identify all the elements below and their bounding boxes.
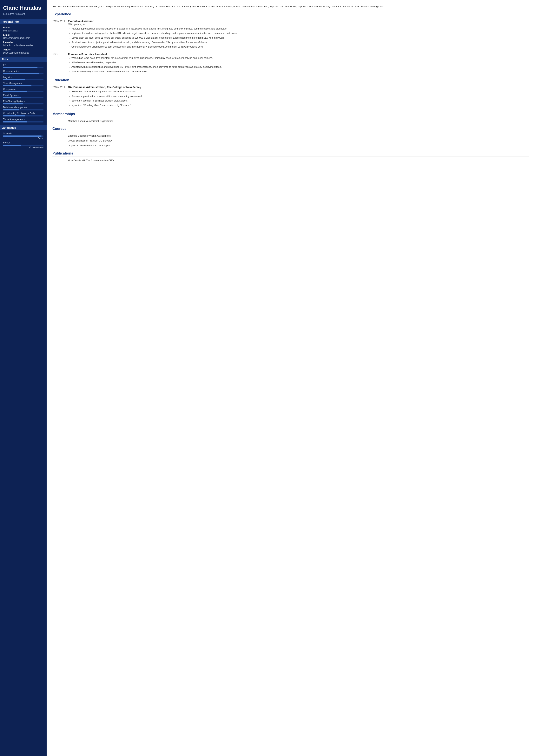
edu-content: BA, Business Administration, The College… (68, 86, 529, 108)
language-bar-bg (3, 135, 43, 137)
skill-bar-fill (3, 73, 40, 74)
edu-degree: BA, Business Administration, The College… (68, 86, 529, 89)
skill-item: File-Sharing Systems (3, 100, 43, 104)
skill-name: Communication (3, 70, 43, 72)
course-date (52, 139, 68, 143)
education-entries: 2010 - 2013 BA, Business Administration,… (52, 86, 529, 108)
course-text: Effective Business Writing, UC Berkeley (68, 134, 111, 138)
course-entry: Organizational Behavior, IIT Kharagpur (52, 144, 529, 148)
membership-entry: Member, Executive Assistant Organization (52, 119, 529, 123)
memberships-section: Memberships Member, Executive Assistant … (52, 112, 529, 123)
bullet-item: Saved each top-level exec 11 hours per w… (71, 36, 529, 40)
bullet-item: Handled top executive assistant duties f… (71, 27, 529, 31)
languages-section-title: Languages (0, 125, 46, 130)
bullet-item: My article, "Reading Minds" was reprinte… (71, 103, 529, 107)
skill-item: Compassion (3, 88, 43, 92)
course-text: Global Business in Practice, UC Berkeley (68, 139, 112, 143)
publications-section: Publications How Details Kill, The Count… (52, 152, 529, 162)
course-entry: Effective Business Writing, UC Berkeley (52, 134, 529, 138)
course-date (52, 144, 68, 148)
skill-bar-bg (3, 85, 43, 86)
skill-name: Coordinating Conference Calls (3, 112, 43, 115)
skill-item: EQ (3, 64, 43, 68)
language-bar-fill (3, 145, 21, 146)
skills-section-title: Skills (0, 57, 46, 62)
skill-bar-bg (3, 79, 43, 80)
main-content: Resourceful Executive Assistant with 5+ … (46, 0, 535, 756)
personal-info-section: Phone862-208-2592E-mailclarieharadas@gma… (3, 26, 43, 54)
personal-info-label: E-mail (3, 34, 43, 36)
skill-bar-fill (3, 85, 31, 86)
skill-bar-bg (3, 121, 43, 123)
language-item: Spanish Fluent (3, 132, 43, 139)
skill-bar-fill (3, 79, 25, 80)
publications-section-title: Publications (52, 152, 529, 156)
skill-name: Compassion (3, 88, 43, 91)
skill-item: Communication (3, 70, 43, 74)
language-bar-fill (3, 135, 42, 137)
publication-entry: How Details Kill, The Counterintuitive C… (52, 159, 529, 162)
skill-bar-bg (3, 73, 43, 74)
exp-company: ISN Lipmann, Inc. (68, 23, 529, 26)
bullet-item: Secretary, Women in Business student org… (71, 99, 529, 103)
exp-job-title: Freelance Executive Assistant (68, 53, 529, 56)
skill-name: EQ (3, 64, 43, 67)
personal-info-value: 862-208-2592 (3, 29, 43, 32)
experience-entry: 2013 Freelance Executive Assistant Worke… (52, 53, 529, 74)
bullet-item: Assisted with project logistics and deve… (71, 65, 529, 69)
skill-bar-fill (3, 67, 38, 68)
bullet-item: Coordinated travel arrangements both dom… (71, 45, 529, 49)
edu-date: 2010 - 2013 (52, 86, 68, 108)
language-level: Conversational (3, 146, 43, 149)
skill-name: File-Sharing Systems (3, 100, 43, 103)
language-name: Spanish (3, 132, 43, 135)
exp-bullets: Worked as temp executive assistant for 4… (68, 56, 529, 74)
personal-info-value: twitter.com/clarieharadas (3, 51, 43, 54)
summary-text: Resourceful Executive Assistant with 5+ … (52, 5, 529, 9)
skill-item: Logistics (3, 76, 43, 80)
skill-bar-bg (3, 109, 43, 110)
language-level: Fluent (3, 137, 43, 139)
skill-bar-bg (3, 103, 43, 104)
experience-entries: 2013 - 2018 Executive Assistant ISN Lipm… (52, 20, 529, 74)
bullet-item: Worked as temp executive assistant for 4… (71, 56, 529, 60)
skill-bar-fill (3, 91, 27, 92)
languages-section: Spanish Fluent French Conversational (3, 132, 43, 149)
exp-job-title: Executive Assistant (68, 20, 529, 23)
edu-bullets: Excelled in financial management and bus… (68, 90, 529, 107)
bullet-item: Aided executives with meeting preparatio… (71, 61, 529, 65)
skill-bar-bg (3, 115, 43, 117)
sidebar: Clarie Haradas Executive Assistant Perso… (0, 0, 46, 756)
skill-item: Coordinating Conference Calls (3, 112, 43, 117)
skill-bar-fill (3, 109, 19, 110)
course-date (52, 134, 68, 138)
exp-date: 2013 (52, 53, 68, 74)
bullet-item: Provided executive project support, admi… (71, 41, 529, 44)
course-entries: Effective Business Writing, UC Berkeley … (52, 134, 529, 147)
language-name: French (3, 141, 43, 144)
courses-section: Courses Effective Business Writing, UC B… (52, 127, 529, 147)
pub-text: How Details Kill, The Counterintuitive C… (68, 159, 114, 162)
education-section-title: Education (52, 78, 529, 83)
bullet-item: Performed weekly proofreading of executi… (71, 70, 529, 73)
skill-bar-bg (3, 67, 43, 68)
course-entry: Global Business in Practice, UC Berkeley (52, 139, 529, 143)
skill-name: Time Management (3, 82, 43, 85)
course-text: Organizational Behavior, IIT Kharagpur (68, 144, 110, 148)
membership-date (52, 119, 68, 123)
language-item: French Conversational (3, 141, 43, 149)
skill-bar-fill (3, 103, 23, 104)
skill-item: Travel Arrangements (3, 118, 43, 123)
publication-entries: How Details Kill, The Counterintuitive C… (52, 159, 529, 162)
exp-content: Executive Assistant ISN Lipmann, Inc. Ha… (68, 20, 529, 50)
skill-name: Database Management (3, 106, 43, 109)
personal-info-value: clarieharadas@gmail.com (3, 37, 43, 40)
personal-info-label: LinkedIn (3, 41, 43, 44)
bullet-item: Implemented call-recording system that c… (71, 31, 529, 35)
exp-content: Freelance Executive Assistant Worked as … (68, 53, 529, 74)
skill-item: Email Systems (3, 94, 43, 98)
pub-date (52, 159, 68, 162)
exp-bullets: Handled top executive assistant duties f… (68, 27, 529, 49)
skill-name: Travel Arrangements (3, 118, 43, 121)
language-bar-bg (3, 145, 43, 146)
